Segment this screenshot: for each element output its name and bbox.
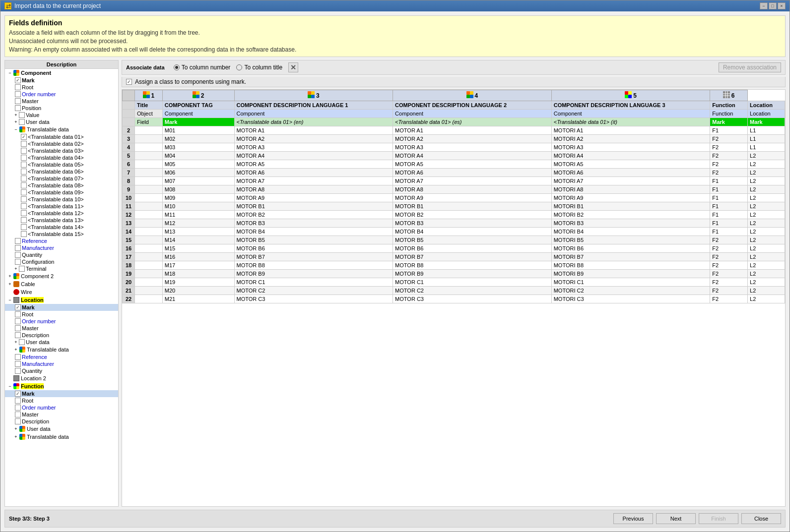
tree-item-trans-09[interactable]: <Translatable data 09> xyxy=(5,189,118,196)
tree-item-trans-10[interactable]: <Translatable data 10> xyxy=(5,196,118,203)
tree-item-function-user[interactable]: + User data xyxy=(5,425,118,433)
checkbox-function-master[interactable] xyxy=(15,412,21,417)
previous-button[interactable]: Previous xyxy=(613,513,653,524)
checkbox-trans-03[interactable] xyxy=(21,148,27,154)
tree-item-function-mark[interactable]: Mark xyxy=(5,390,118,397)
tree-item-location-mark[interactable]: Mark xyxy=(5,304,118,311)
tree-item-trans-13[interactable]: <Translatable data 13> xyxy=(5,217,118,224)
tree-item-trans-04[interactable]: <Translatable data 04> xyxy=(5,154,118,161)
radio-col-number-btn[interactable] xyxy=(174,64,180,70)
checkbox-trans-12[interactable] xyxy=(21,210,27,216)
tree-item-master[interactable]: Master xyxy=(5,98,118,105)
checkbox-position[interactable] xyxy=(15,105,21,111)
checkbox-reference[interactable] xyxy=(15,238,21,244)
tree-item-trans-15[interactable]: <Translatable data 15> xyxy=(5,231,118,237)
tree-item-mark[interactable]: Mark xyxy=(5,77,118,84)
next-button[interactable]: Next xyxy=(656,513,696,524)
checkbox-location-order[interactable] xyxy=(15,318,21,324)
checkbox-trans-10[interactable] xyxy=(21,196,27,202)
tree-item-location-master[interactable]: Master xyxy=(5,325,118,332)
checkbox-terminal[interactable] xyxy=(19,266,25,272)
expand-component[interactable]: − xyxy=(7,70,13,76)
tree-item-terminal[interactable]: + Terminal xyxy=(5,265,118,272)
checkbox-trans-06[interactable] xyxy=(21,169,27,175)
checkbox-assign-class[interactable] xyxy=(126,79,132,85)
tree-item-function-master[interactable]: Master xyxy=(5,411,118,418)
checkbox-location-ref[interactable] xyxy=(15,354,21,360)
tree-item-trans-07[interactable]: <Translatable data 07> xyxy=(5,175,118,182)
tree-item-value[interactable]: + Value xyxy=(5,112,118,118)
checkbox-trans-04[interactable] xyxy=(21,155,27,161)
tree-item-location-manuf[interactable]: Manufacturer xyxy=(5,360,118,367)
tree-item-reference[interactable]: Reference xyxy=(5,237,118,244)
checkbox-trans-05[interactable] xyxy=(21,162,27,168)
checkbox-master[interactable] xyxy=(15,98,21,104)
minimize-button[interactable]: − xyxy=(760,2,768,9)
tree-item-location-root[interactable]: Root xyxy=(5,311,118,318)
close-button[interactable]: × xyxy=(778,2,786,9)
tree-item-order-number[interactable]: Order number xyxy=(5,91,118,98)
expand-function-trans[interactable]: + xyxy=(13,434,19,440)
tree-item-position[interactable]: Position xyxy=(5,105,118,112)
expand-location-trans[interactable]: + xyxy=(13,347,19,353)
checkbox-trans-01[interactable] xyxy=(21,134,27,140)
radio-col-title-btn[interactable] xyxy=(236,64,242,70)
tree-item-manufacturer[interactable]: Manufacturer xyxy=(5,244,118,251)
checkbox-user-data[interactable] xyxy=(19,119,25,125)
tree-item-location-order[interactable]: Order number xyxy=(5,318,118,325)
tree-item-quantity[interactable]: Quantity xyxy=(5,251,118,258)
tree-item-function[interactable]: − Function xyxy=(5,382,118,390)
radio-to-col-title[interactable]: To column title xyxy=(236,64,282,71)
expand-value[interactable]: + xyxy=(13,112,19,118)
tree-item-trans-05[interactable]: <Translatable data 05> xyxy=(5,161,118,168)
checkbox-manufacturer[interactable] xyxy=(15,245,21,251)
checkbox-function-desc[interactable] xyxy=(15,418,21,424)
clear-button[interactable]: ✕ xyxy=(288,62,298,72)
tree-item-wire[interactable]: Wire xyxy=(5,288,118,296)
tree-item-trans-08[interactable]: <Translatable data 08> xyxy=(5,182,118,189)
tree-item-location-ref[interactable]: Reference xyxy=(5,354,118,360)
checkbox-quantity[interactable] xyxy=(15,252,21,258)
checkbox-location-mark[interactable] xyxy=(15,304,21,310)
tree-item-location2[interactable]: Location 2 xyxy=(5,374,118,382)
checkbox-location-master[interactable] xyxy=(15,325,21,331)
checkbox-configuration[interactable] xyxy=(15,259,21,265)
tree-item-trans-14[interactable]: <Translatable data 14> xyxy=(5,224,118,231)
tree-item-configuration[interactable]: Configuration xyxy=(5,258,118,265)
expand-cable[interactable]: + xyxy=(7,281,13,287)
checkbox-location-qty[interactable] xyxy=(15,368,21,374)
tree-item-function-trans[interactable]: + Translatable data xyxy=(5,433,118,441)
checkbox-location-root[interactable] xyxy=(15,311,21,317)
tree-item-function-desc[interactable]: Description xyxy=(5,418,118,425)
checkbox-function-mark[interactable] xyxy=(15,391,21,397)
remove-association-button[interactable]: Remove association xyxy=(719,62,781,72)
tree-item-location-qty[interactable]: Quantity xyxy=(5,367,118,374)
checkbox-trans-11[interactable] xyxy=(21,203,27,209)
tree-item-location-desc[interactable]: Description xyxy=(5,332,118,339)
tree-item-location[interactable]: − Location xyxy=(5,296,118,304)
expand-terminal[interactable]: + xyxy=(13,266,19,272)
expand-location-user[interactable]: + xyxy=(13,339,19,345)
checkbox-trans-15[interactable] xyxy=(21,231,27,237)
tree-item-cable[interactable]: + Cable xyxy=(5,280,118,288)
checkbox-trans-13[interactable] xyxy=(21,217,27,223)
tree-item-trans-12[interactable]: <Translatable data 12> xyxy=(5,210,118,217)
maximize-button[interactable]: □ xyxy=(769,2,777,9)
checkbox-trans-02[interactable] xyxy=(21,141,27,147)
radio-to-col-number[interactable]: To column number xyxy=(174,64,231,71)
checkbox-value[interactable] xyxy=(19,112,25,118)
finish-button[interactable]: Finish xyxy=(699,513,738,524)
tree-item-function-order[interactable]: Order number xyxy=(5,404,118,411)
expand-function-user[interactable]: + xyxy=(13,426,19,432)
tree-item-trans-06[interactable]: <Translatable data 06> xyxy=(5,168,118,175)
checkbox-function-root[interactable] xyxy=(15,398,21,404)
tree-item-location-trans[interactable]: + Translatable data xyxy=(5,346,118,354)
tree-item-trans-03[interactable]: <Translatable data 03> xyxy=(5,147,118,154)
checkbox-trans-07[interactable] xyxy=(21,176,27,181)
tree-item-function-root[interactable]: Root xyxy=(5,397,118,404)
close-button-footer[interactable]: Close xyxy=(741,513,781,524)
checkbox-location-desc[interactable] xyxy=(15,332,21,338)
checkbox-trans-09[interactable] xyxy=(21,189,27,195)
checkbox-location-user[interactable] xyxy=(19,339,25,345)
checkbox-order-number[interactable] xyxy=(15,91,21,97)
